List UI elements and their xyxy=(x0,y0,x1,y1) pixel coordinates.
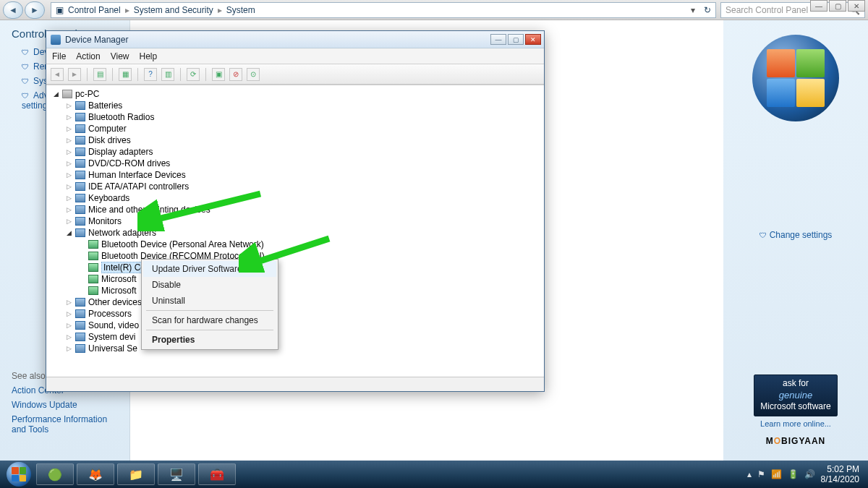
tray-flag-icon[interactable]: ⚑ xyxy=(757,469,765,479)
tree-item-label[interactable]: Keyboards xyxy=(88,193,129,203)
tree-item-label[interactable]: Universal Se xyxy=(88,343,137,354)
dm-minimize-button[interactable]: — xyxy=(490,34,506,45)
expand-icon[interactable]: ▷ xyxy=(65,299,72,306)
ctx-disable[interactable]: Disable xyxy=(143,277,276,293)
expand-icon[interactable]: ▷ xyxy=(65,160,72,167)
learn-more-link[interactable]: Learn more online... xyxy=(760,419,831,428)
tree-item-label[interactable]: Display adapters xyxy=(88,147,153,157)
taskbar-firefox[interactable]: 🦊 xyxy=(77,463,114,485)
expand-icon[interactable]: ▷ xyxy=(65,125,72,132)
device-icon xyxy=(75,205,85,214)
tool-scan-icon[interactable]: ▥ xyxy=(161,68,174,81)
bg-close-button[interactable]: ✕ xyxy=(848,0,865,12)
menu-action[interactable]: Action xyxy=(76,51,100,61)
expand-icon[interactable]: ▷ xyxy=(65,114,72,121)
see-also-perf[interactable]: Performance Information and Tools xyxy=(12,414,120,435)
expand-icon[interactable]: ▷ xyxy=(65,137,72,144)
windows-logo-icon xyxy=(752,35,839,121)
dm-close-button[interactable]: ✕ xyxy=(525,34,541,45)
bg-minimize-button[interactable]: — xyxy=(810,0,827,12)
taskbar-control-panel[interactable]: 🖥️ xyxy=(158,463,195,485)
tree-item-label[interactable]: System devi xyxy=(88,332,135,342)
tool-uninstall-icon[interactable]: ▣ xyxy=(212,68,225,81)
taskbar-explorer[interactable]: 📁 xyxy=(117,463,155,485)
tree-item-label[interactable]: DVD/CD-ROM drives xyxy=(88,158,170,168)
taskbar-chrome[interactable]: 🟢 xyxy=(36,463,74,485)
tray-volume-icon[interactable]: 🔊 xyxy=(804,469,815,479)
tree-item-label[interactable]: Computer xyxy=(88,124,127,134)
tree-item-adapter[interactable]: Microsoft xyxy=(101,274,137,284)
tree-item-label[interactable]: Processors xyxy=(88,309,132,319)
ctx-properties[interactable]: Properties xyxy=(143,332,276,348)
network-adapter-icon xyxy=(88,286,98,295)
dm-maximize-button[interactable]: ▢ xyxy=(508,34,524,45)
start-button[interactable] xyxy=(4,461,33,488)
tree-item-label[interactable]: Mice and other pointing devices xyxy=(88,205,210,215)
dm-menu-bar: File Action View Help xyxy=(46,48,544,64)
tool-properties-icon[interactable]: ▦ xyxy=(119,68,132,81)
bg-maximize-button[interactable]: ▢ xyxy=(829,0,846,12)
breadcrumb[interactable]: ▣ Control Panel▸ System and Security▸ Sy… xyxy=(51,2,716,18)
breadcrumb-dropdown-icon[interactable]: ▾ xyxy=(691,5,695,15)
expand-icon[interactable]: ▷ xyxy=(65,102,72,109)
breadcrumb-item[interactable]: System xyxy=(226,5,255,15)
taskbar-toolbox[interactable]: 🧰 xyxy=(198,463,236,485)
see-also-windows-update[interactable]: Windows Update xyxy=(12,400,129,410)
tray-network-icon[interactable]: 📶 xyxy=(771,469,782,479)
tray-show-hidden-icon[interactable]: ▴ xyxy=(747,469,752,479)
device-icon xyxy=(75,333,85,341)
breadcrumb-item[interactable]: System and Security xyxy=(134,5,213,15)
tool-disable-icon[interactable]: ⊘ xyxy=(229,68,242,81)
menu-view[interactable]: View xyxy=(111,51,129,61)
tree-item-label[interactable]: Disk drives xyxy=(88,135,131,145)
device-icon xyxy=(75,159,85,168)
expand-icon[interactable]: ▷ xyxy=(65,322,72,329)
expand-icon[interactable]: ▷ xyxy=(65,171,72,179)
refresh-icon[interactable]: ↻ xyxy=(704,5,711,15)
tree-item-label[interactable]: Monitors xyxy=(88,216,122,226)
tool-back-icon[interactable]: ◄ xyxy=(51,68,64,81)
dm-status-bar xyxy=(46,377,544,391)
nav-back-button[interactable]: ◄ xyxy=(3,1,23,19)
ctx-uninstall[interactable]: Uninstall xyxy=(143,293,276,309)
breadcrumb-item[interactable]: Control Panel xyxy=(68,5,121,15)
expand-icon[interactable]: ▷ xyxy=(65,218,72,225)
expand-icon[interactable]: ▷ xyxy=(65,310,72,317)
expand-icon[interactable]: ▷ xyxy=(65,345,72,352)
ctx-update-driver[interactable]: Update Driver Software... xyxy=(143,261,276,277)
tool-update-icon[interactable]: ⟳ xyxy=(187,68,200,81)
tree-item-label[interactable]: IDE ATA/ATAPI controllers xyxy=(88,181,189,192)
dm-titlebar[interactable]: Device Manager — ▢ ✕ xyxy=(46,31,544,48)
menu-file[interactable]: File xyxy=(52,51,66,61)
network-adapter-icon xyxy=(88,252,98,260)
network-adapter-icon xyxy=(88,275,98,283)
expand-icon[interactable]: ◢ xyxy=(52,90,59,98)
tool-console-icon[interactable]: ▤ xyxy=(93,68,106,81)
tree-item-label[interactable]: Batteries xyxy=(88,100,122,111)
tree-item-network-adapters[interactable]: Network adapters xyxy=(88,228,156,238)
tree-item-label[interactable]: Bluetooth Radios xyxy=(88,112,154,122)
change-settings-link[interactable]: Change settings xyxy=(760,230,833,240)
expand-icon[interactable]: ◢ xyxy=(65,229,72,236)
menu-help[interactable]: Help xyxy=(140,51,158,61)
expand-icon[interactable]: ▷ xyxy=(65,333,72,341)
tree-item-adapter[interactable]: Bluetooth Device (Personal Area Network) xyxy=(101,239,264,249)
expand-icon[interactable]: ▷ xyxy=(65,206,72,213)
tool-enable-icon[interactable]: ⊙ xyxy=(247,68,260,81)
tree-item-label[interactable]: Other devices xyxy=(88,297,142,307)
ctx-scan[interactable]: Scan for hardware changes xyxy=(143,312,276,328)
expand-icon[interactable]: ▷ xyxy=(65,148,72,155)
expand-icon[interactable]: ▷ xyxy=(65,183,72,190)
tree-item-adapter[interactable]: Microsoft xyxy=(101,286,137,296)
nav-forward-button[interactable]: ► xyxy=(25,1,45,19)
tool-forward-icon[interactable]: ► xyxy=(68,68,81,81)
tray-battery-icon[interactable]: 🔋 xyxy=(788,469,799,479)
tray-clock[interactable]: 5:02 PM 8/14/2020 xyxy=(821,464,859,485)
tree-item-label[interactable]: Sound, video xyxy=(88,320,139,330)
expand-icon[interactable]: ▷ xyxy=(65,194,72,202)
tree-item-label[interactable]: Human Interface Devices xyxy=(88,170,186,180)
tool-help-icon[interactable]: ? xyxy=(144,68,157,81)
genuine-badge[interactable]: ask for genuine Microsoft software xyxy=(754,374,837,416)
tree-root[interactable]: pc-PC xyxy=(75,89,99,99)
device-icon xyxy=(75,101,85,110)
